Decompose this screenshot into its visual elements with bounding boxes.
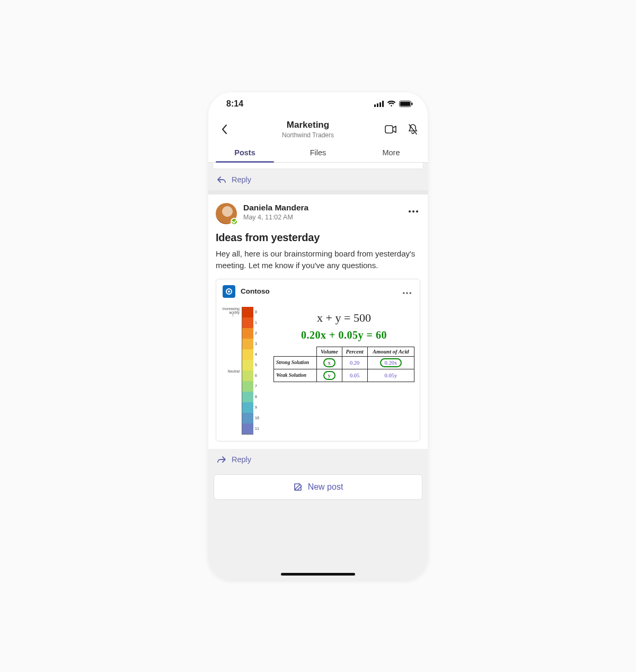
previous-post-peek bbox=[213, 163, 423, 169]
tab-files[interactable]: Files bbox=[281, 142, 355, 162]
status-time: 8:14 bbox=[226, 99, 243, 109]
table-cell: y bbox=[316, 369, 342, 382]
equation-2: 0.20x + 0.05y = 60 bbox=[273, 329, 414, 347]
svg-rect-2 bbox=[379, 102, 381, 107]
compose-icon bbox=[293, 482, 303, 492]
meet-button[interactable] bbox=[384, 123, 397, 136]
attachment-card[interactable]: Contoso Increasing acidity ↑ Neutral bbox=[216, 279, 420, 441]
table-row-label: Weak Solution bbox=[274, 369, 317, 382]
channel-tabs: Posts Files More bbox=[208, 142, 428, 163]
reply-button[interactable]: Reply bbox=[208, 449, 428, 470]
bell-off-icon bbox=[408, 123, 418, 135]
team-subtitle: Northwind Traders bbox=[232, 131, 384, 139]
svg-point-13 bbox=[228, 290, 230, 293]
table-cell: 0.20 bbox=[342, 356, 367, 369]
svg-point-11 bbox=[416, 210, 418, 213]
svg-rect-1 bbox=[377, 103, 378, 107]
svg-point-16 bbox=[409, 292, 411, 294]
posts-feed[interactable]: Reply Daniela Mandera May 4, 11:02 AM Id… bbox=[208, 163, 428, 580]
notifications-button[interactable] bbox=[407, 123, 419, 136]
post-card: Daniela Mandera May 4, 11:02 AM Ideas fr… bbox=[208, 194, 428, 449]
arrow-up-icon: ↑ bbox=[216, 312, 234, 318]
phone-frame: 8:14 Marketing Northwind Traders Posts F… bbox=[208, 92, 428, 580]
table-header: Volume bbox=[316, 347, 342, 356]
video-icon bbox=[385, 125, 396, 134]
channel-header: Marketing Northwind Traders bbox=[208, 116, 428, 142]
svg-rect-3 bbox=[382, 101, 384, 107]
more-icon bbox=[403, 292, 411, 294]
status-indicators bbox=[374, 101, 413, 107]
svg-point-14 bbox=[403, 292, 405, 294]
post-author[interactable]: Daniela Mandera bbox=[243, 203, 407, 213]
table-cell: x bbox=[316, 356, 342, 369]
table-cell: 0.20x bbox=[367, 356, 414, 369]
equation-1: x + y = 500 bbox=[273, 307, 414, 329]
attachment-overflow-button[interactable] bbox=[401, 285, 413, 298]
reply-icon bbox=[217, 176, 226, 183]
table-row-label: Strong Solution bbox=[274, 356, 317, 369]
status-bar: 8:14 bbox=[208, 92, 428, 116]
new-post-button[interactable]: New post bbox=[214, 474, 422, 500]
reply-label: Reply bbox=[232, 455, 251, 464]
tab-more[interactable]: More bbox=[355, 142, 428, 162]
wifi-icon bbox=[387, 101, 396, 107]
presence-available-icon bbox=[231, 218, 238, 225]
home-indicator bbox=[281, 573, 355, 576]
more-icon bbox=[409, 210, 418, 213]
scale-label-neutral: Neutral bbox=[222, 369, 240, 374]
attachment-app-name: Contoso bbox=[241, 287, 401, 295]
svg-point-9 bbox=[409, 210, 411, 213]
svg-rect-6 bbox=[412, 103, 413, 105]
post-body: Hey all, here is our brainstorming board… bbox=[216, 248, 420, 271]
table-header: Percent bbox=[342, 347, 367, 356]
ph-scale: Increasing acidity ↑ Neutral 01234567891… bbox=[222, 307, 266, 435]
battery-icon bbox=[399, 101, 413, 107]
new-post-label: New post bbox=[308, 482, 343, 492]
table-cell: 0.05 bbox=[342, 369, 367, 382]
avatar[interactable] bbox=[216, 203, 237, 224]
svg-rect-5 bbox=[400, 102, 410, 106]
svg-point-10 bbox=[412, 210, 414, 213]
post-title: Ideas from yesterday bbox=[216, 232, 420, 244]
solution-table: Volume Percent Amount of Acid Strong Sol… bbox=[273, 347, 414, 382]
attachment-content: Increasing acidity ↑ Neutral 01234567891… bbox=[216, 304, 420, 441]
svg-point-15 bbox=[406, 292, 408, 294]
cellular-icon bbox=[374, 101, 384, 107]
table-header: Amount of Acid bbox=[367, 347, 414, 356]
reply-label: Reply bbox=[232, 175, 251, 184]
tab-posts[interactable]: Posts bbox=[208, 142, 281, 162]
reply-icon bbox=[217, 456, 226, 463]
feed-divider bbox=[208, 190, 428, 194]
channel-title: Marketing bbox=[232, 120, 384, 130]
app-icon bbox=[223, 285, 235, 298]
reply-button-prev[interactable]: Reply bbox=[208, 169, 428, 190]
svg-rect-0 bbox=[374, 104, 376, 107]
back-button[interactable] bbox=[217, 122, 232, 137]
table-cell: 0.05y bbox=[367, 369, 414, 382]
post-timestamp: May 4, 11:02 AM bbox=[243, 214, 407, 221]
svg-rect-7 bbox=[385, 126, 393, 133]
post-overflow-button[interactable] bbox=[407, 203, 420, 217]
